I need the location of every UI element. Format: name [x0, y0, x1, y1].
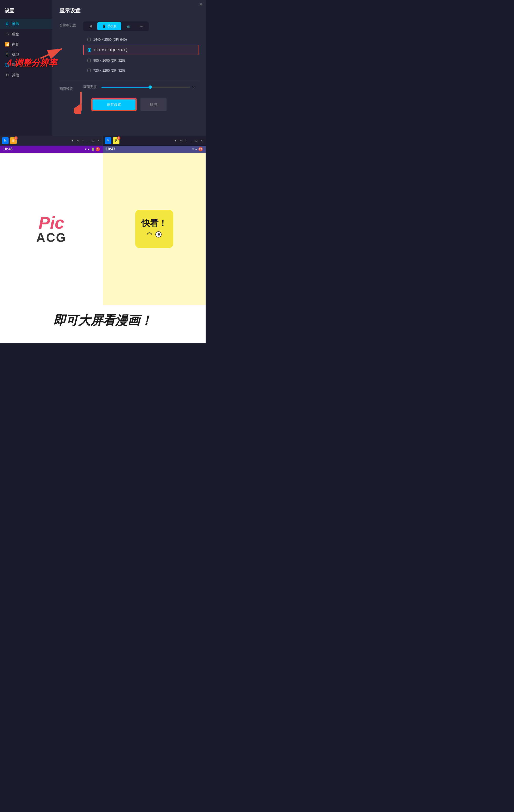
screen-content: 画面亮度 55	[83, 85, 198, 89]
taskbar-left: M 图 6 ▼ ✉ ≡ _ □ ✕	[0, 136, 103, 146]
wifi-icon-right: ▾	[192, 148, 194, 151]
dropdown-btn-right[interactable]: ▼	[173, 139, 177, 143]
brightness-slider[interactable]: 55	[102, 85, 198, 89]
resolution-options: 1440 x 2560 (DPI 640) 1080 x 1920 (DPI 4…	[83, 35, 198, 75]
sidebar-item-network[interactable]: 🌐 网络	[0, 60, 52, 70]
taskbar-app-left-1[interactable]: M	[2, 137, 8, 144]
status-bar-right: 10:47 ▾ ▲ 23	[103, 146, 206, 153]
network-icon: 🌐	[5, 63, 9, 67]
sidebar: 设置 🖥 显示 ▭ 磁盘 📶 声音 📱 机型 🌐 网络 ⚙ 其他	[0, 0, 52, 136]
screen-label: 画面设置	[59, 85, 79, 91]
sidebar-item-model[interactable]: 📱 机型	[0, 50, 52, 60]
resolution-label: 分辨率设置	[59, 22, 79, 28]
kuaikan-logo: 快看！	[135, 210, 173, 248]
taskbar-right: M 快 6 ▼ ✉ ≡ _ □ ✕	[103, 136, 206, 146]
other-icon: ⚙	[5, 73, 9, 77]
time-left: 10:46	[3, 147, 12, 151]
dropdown-btn-left[interactable]: ▼	[70, 139, 75, 143]
svg-point-5	[158, 233, 160, 236]
resolution-720[interactable]: 720 x 1280 (DPI 320)	[83, 66, 198, 75]
minimize-btn-right[interactable]: _	[189, 139, 193, 143]
mobile-icon: 📱	[102, 25, 106, 28]
resolution-tabs: 🖥 📱 手机版 📺 ✏	[83, 22, 149, 31]
radio-720	[87, 68, 91, 72]
radio-1080	[88, 48, 91, 52]
save-button[interactable]: 保存设置	[92, 99, 136, 110]
cancel-button[interactable]: 取消	[140, 98, 167, 111]
kuaikan-text: 快看！	[141, 218, 167, 229]
sidebar-item-disk[interactable]: ▭ 磁盘	[0, 29, 52, 39]
close-btn-right[interactable]: ✕	[199, 139, 204, 143]
app-icon-blue-right: M	[105, 137, 111, 144]
kuaikan-eyes	[145, 230, 164, 240]
slider-fill	[102, 87, 150, 88]
brightness-label: 画面亮度	[83, 85, 96, 89]
status-num-right: 23	[198, 147, 203, 151]
cta-text: 即可大屏看漫画！	[5, 312, 201, 329]
screen-section: 画面设置 画面亮度 55	[59, 85, 198, 91]
menu-btn-right[interactable]: ≡	[184, 139, 188, 143]
tab-mobile[interactable]: 📱 手机版	[97, 22, 121, 30]
resolution-1080[interactable]: 1080 x 1920 (DPI 480)	[83, 45, 198, 55]
save-button-wrapper: 保存设置	[91, 98, 137, 111]
resolution-content: 🖥 📱 手机版 📺 ✏	[83, 22, 198, 75]
minimize-btn-left[interactable]: _	[86, 139, 90, 143]
status-num-left: 1	[96, 147, 100, 151]
picacg-logo: Pic ACG	[36, 214, 67, 244]
wifi-icon-left: ▾	[85, 148, 86, 151]
mail-btn-left[interactable]: ✉	[76, 139, 80, 143]
settings-content: 显示设置 分辨率设置 🖥 📱 手机版 📺	[52, 0, 206, 136]
brightness-row: 画面亮度 55	[83, 85, 198, 89]
model-icon: 📱	[5, 52, 9, 57]
disk-icon: ▭	[5, 32, 9, 36]
taskbar-app-left-2[interactable]: 图 6	[10, 137, 17, 144]
taskbar-row: M 图 6 ▼ ✉ ≡ _ □ ✕ M 快 6 ▼ ✉ ≡ _ □ ✕	[0, 136, 206, 146]
button-row: 保存设置 取消	[59, 98, 198, 111]
settings-window: 设置 🖥 显示 ▭ 磁盘 📶 声音 📱 机型 🌐 网络 ⚙ 其他 ✕ 显示设置	[0, 0, 206, 136]
status-icons-left: ▾ ▲ 🔋 1	[85, 147, 100, 151]
signal-icon-right: ▲	[195, 148, 198, 151]
tab-tv[interactable]: 📺	[122, 22, 135, 30]
menu-btn-left[interactable]: ≡	[81, 139, 85, 143]
tab-desktop[interactable]: 🖥	[84, 22, 97, 30]
taskbar-app-right-1[interactable]: M	[105, 137, 111, 144]
resolution-section: 分辨率设置 🖥 📱 手机版 📺 ✏	[59, 22, 198, 75]
status-bars: 10:46 ▾ ▲ 🔋 1 10:47 ▾ ▲ 23	[0, 146, 206, 153]
display-icon: 🖥	[5, 22, 9, 26]
status-icons-right: ▾ ▲ 23	[192, 147, 203, 151]
battery-icon-left: 🔋	[91, 148, 95, 151]
resolution-900[interactable]: 900 x 1600 (DPI 320)	[83, 56, 198, 65]
tab-custom[interactable]: ✏	[136, 22, 148, 30]
divider	[59, 81, 198, 81]
radio-900	[87, 59, 91, 62]
sidebar-title: 设置	[0, 5, 52, 19]
picacg-pic: Pic	[36, 214, 67, 231]
maximize-btn-right[interactable]: □	[194, 139, 198, 143]
close-button[interactable]: ✕	[199, 2, 203, 7]
radio-1440	[87, 38, 91, 41]
taskbar-app-right-2[interactable]: 快 6	[113, 137, 119, 144]
badge-right: 6	[117, 136, 120, 140]
resolution-1440[interactable]: 1440 x 2560 (DPI 640)	[83, 35, 198, 44]
picacg-acg: ACG	[36, 231, 67, 244]
maximize-btn-left[interactable]: □	[91, 139, 95, 143]
taskbar-controls-left: ▼ ✉ ≡ _ □ ✕	[70, 139, 101, 143]
time-right: 10:47	[106, 147, 115, 151]
slider-thumb[interactable]	[148, 85, 152, 89]
status-bar-left: 10:46 ▾ ▲ 🔋 1	[0, 146, 103, 153]
sidebar-item-sound[interactable]: 📶 声音	[0, 39, 52, 50]
panel-left: Pic ACG	[0, 153, 103, 305]
taskbar-controls-right: ▼ ✉ ≡ _ □ ✕	[173, 139, 204, 143]
sidebar-item-display[interactable]: 🖥 显示	[0, 19, 52, 29]
bottom-cta: 即可大屏看漫画！	[0, 305, 206, 343]
panel-right: 快看！	[103, 153, 206, 305]
mail-btn-right[interactable]: ✉	[178, 139, 183, 143]
close-btn-left[interactable]: ✕	[96, 139, 101, 143]
tv-icon: 📺	[126, 25, 131, 28]
app-icon-blue: M	[2, 137, 8, 144]
settings-title: 显示设置	[59, 7, 198, 14]
slider-track	[102, 87, 190, 88]
sidebar-item-other[interactable]: ⚙ 其他	[0, 70, 52, 80]
desktop-icon: 🖥	[89, 25, 92, 28]
sound-icon: 📶	[5, 42, 9, 47]
